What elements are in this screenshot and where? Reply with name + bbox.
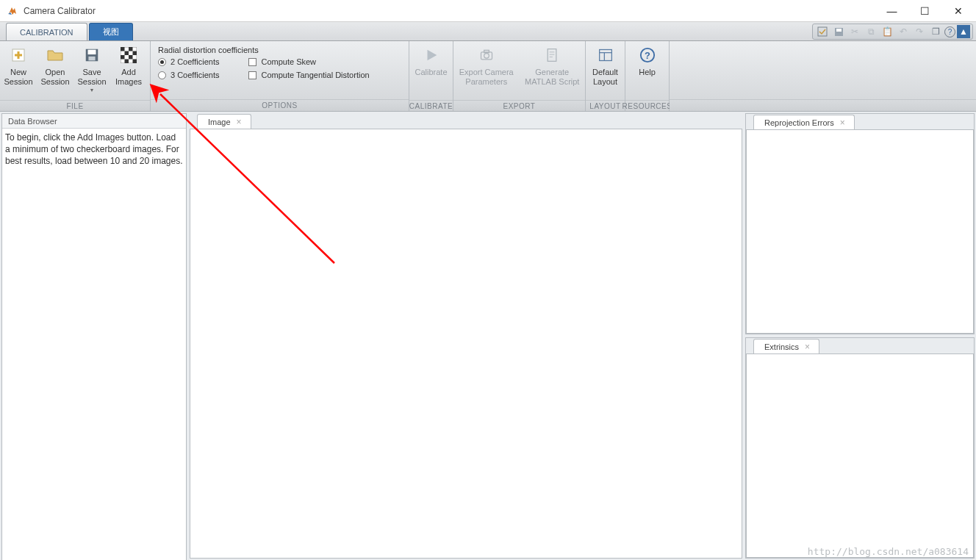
svg-rect-11	[133, 51, 137, 56]
ribbon-group-resources: ? Help RESOURCES	[625, 41, 670, 111]
undo-icon[interactable]: ↶	[896, 25, 911, 38]
svg-rect-10	[125, 51, 129, 56]
ribbon-group-options-label: OPTIONS	[151, 99, 409, 111]
radio-2-coefficients[interactable]: 2 Coefficients	[158, 57, 219, 66]
paste-icon[interactable]: 📋	[880, 25, 894, 38]
new-session-label: New Session	[4, 68, 32, 87]
maximize-button[interactable]: ☐	[908, 0, 941, 21]
tab-calibration[interactable]: CALIBRATION	[6, 23, 87, 40]
reprojection-errors-panel: Reprojection Errors ×	[745, 113, 975, 334]
ribbon-group-calibrate: Calibrate CALIBRATE	[409, 41, 453, 111]
reprojection-errors-label: Reprojection Errors	[764, 118, 834, 127]
export-camera-button[interactable]: Export Camera Parameters	[453, 41, 520, 100]
add-images-label: Add Images	[115, 68, 142, 87]
default-layout-button[interactable]: Default Layout	[586, 41, 625, 100]
data-browser-body: To begin, click the Add Images button. L…	[2, 129, 186, 170]
image-tab[interactable]: Image ×	[197, 114, 251, 129]
copy-icon[interactable]: ⧉	[864, 25, 878, 38]
ribbon-group-export-label: EXPORT	[453, 100, 585, 111]
checkerboard-icon	[119, 46, 138, 65]
calibrate-label: Calibrate	[415, 68, 447, 77]
qat-icon-1[interactable]	[815, 25, 830, 38]
save-session-label: Save Session	[77, 68, 106, 87]
svg-rect-8	[121, 47, 125, 51]
ribbon-spacer	[670, 41, 976, 111]
svg-rect-19	[548, 49, 556, 62]
svg-text:?: ?	[645, 50, 650, 61]
add-images-button[interactable]: Add Images	[110, 41, 147, 100]
tab-view[interactable]: 视图	[89, 23, 133, 40]
help-icon[interactable]: ?	[944, 26, 955, 37]
open-folder-icon	[46, 46, 65, 65]
data-browser-title: Data Browser	[2, 114, 186, 129]
layout-icon	[596, 46, 615, 65]
ribbon-group-file: New Session Open Session Save Session ▼ …	[0, 41, 151, 111]
check-compute-tangential[interactable]: Compute Tangential Distortion	[248, 71, 369, 79]
open-session-label: Open Session	[40, 68, 69, 87]
camera-icon	[477, 46, 496, 65]
save-session-button[interactable]: Save Session ▼	[73, 41, 110, 100]
image-panel: Image ×	[190, 113, 742, 559]
export-camera-label: Export Camera Parameters	[459, 68, 514, 87]
extrinsics-label: Extrinsics	[764, 342, 799, 351]
ribbon-group-resources-label: RESOURCES	[625, 100, 669, 111]
extrinsics-tab[interactable]: Extrinsics ×	[753, 339, 819, 354]
watermark-text: http://blog.csdn.net/a083614	[808, 546, 969, 557]
redo-icon[interactable]: ↷	[912, 25, 927, 38]
svg-rect-20	[599, 50, 611, 61]
image-canvas	[190, 129, 742, 559]
question-icon: ?	[638, 46, 657, 65]
data-browser-panel: Data Browser To begin, click the Add Ima…	[1, 113, 187, 560]
minimize-button[interactable]: —	[875, 0, 908, 21]
window-titlebar: Camera Calibrator — ☐ ✕	[0, 0, 976, 22]
cut-icon[interactable]: ✂	[847, 25, 862, 38]
floppy-icon	[82, 46, 101, 65]
help-button[interactable]: ? Help	[625, 41, 669, 100]
image-tab-label: Image	[208, 118, 231, 126]
save-icon[interactable]	[831, 25, 846, 38]
extrinsics-panel: Extrinsics ×	[745, 337, 975, 559]
default-layout-label: Default Layout	[592, 68, 618, 87]
options-title: Radial distortion coefficients	[158, 46, 259, 54]
svg-rect-9	[129, 47, 133, 51]
help-label: Help	[639, 68, 656, 77]
windows-icon[interactable]: ❐	[928, 25, 943, 38]
close-button[interactable]: ✕	[941, 0, 975, 21]
check-compute-skew[interactable]: Compute Skew	[248, 57, 369, 66]
svg-rect-6	[88, 57, 95, 61]
svg-rect-2	[836, 29, 842, 32]
new-session-icon	[9, 46, 28, 65]
generate-script-button[interactable]: Generate MATLAB Script	[520, 41, 586, 100]
matlab-logo-icon	[7, 5, 18, 17]
play-icon	[422, 46, 441, 65]
radio-3-coefficients[interactable]: 3 Coefficients	[158, 71, 219, 79]
svg-rect-18	[484, 50, 489, 52]
quick-access-toolbar: ✂ ⧉ 📋 ↶ ↷ ❐ ? ▲	[812, 24, 973, 40]
ribbon-group-file-label: FILE	[0, 100, 150, 111]
svg-rect-12	[121, 55, 125, 60]
svg-rect-14	[125, 60, 129, 64]
reprojection-errors-tab[interactable]: Reprojection Errors ×	[753, 115, 855, 130]
generate-script-label: Generate MATLAB Script	[525, 68, 579, 87]
calibrate-button[interactable]: Calibrate	[409, 41, 453, 100]
close-icon[interactable]: ×	[840, 118, 845, 128]
dropdown-icon: ▼	[90, 87, 95, 93]
open-session-button[interactable]: Open Session	[37, 41, 73, 100]
ribbon-group-layout-label: LAYOUT	[586, 100, 625, 111]
window-title: Camera Calibrator	[24, 6, 96, 16]
ribbon: New Session Open Session Save Session ▼ …	[0, 41, 976, 112]
right-column: Reprojection Errors × Extrinsics ×	[745, 113, 975, 559]
main-workspace: Data Browser To begin, click the Add Ima…	[0, 112, 976, 560]
svg-rect-15	[133, 60, 137, 64]
svg-rect-13	[129, 55, 133, 60]
ribbon-group-export: Export Camera Parameters Generate MATLAB…	[453, 41, 586, 111]
svg-point-17	[484, 54, 489, 59]
extrinsics-canvas	[746, 353, 974, 558]
close-icon[interactable]: ×	[237, 117, 242, 127]
ribbon-group-layout: Default Layout LAYOUT	[586, 41, 625, 111]
new-session-button[interactable]: New Session	[0, 41, 37, 100]
collapse-ribbon-icon[interactable]: ▲	[957, 25, 970, 38]
reprojection-errors-canvas	[746, 129, 974, 334]
ribbon-tabstrip: CALIBRATION 视图 ✂ ⧉ 📋 ↶ ↷ ❐ ? ▲	[0, 22, 976, 41]
close-icon[interactable]: ×	[805, 342, 810, 352]
